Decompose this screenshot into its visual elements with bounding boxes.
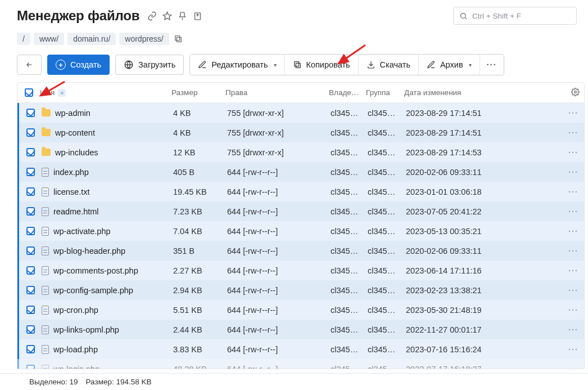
more-actions-button[interactable]: ··· [480, 55, 504, 75]
file-group: cl345… [368, 246, 406, 255]
file-permissions: 644 [-rw-r--r--] [227, 187, 331, 196]
folder-icon [42, 129, 51, 136]
file-group: cl345… [368, 148, 406, 157]
file-owner: cl345… [331, 109, 368, 118]
row-more-button[interactable]: ··· [563, 246, 584, 255]
file-name: wp-login.php [53, 365, 99, 370]
ellipsis-icon: ··· [568, 148, 578, 157]
row-more-button[interactable]: ··· [563, 109, 584, 118]
search-input[interactable]: Ctrl + Shift + F [453, 7, 577, 25]
row-more-button[interactable]: ··· [563, 148, 584, 157]
file-group: cl345… [368, 187, 406, 196]
row-checkbox[interactable] [26, 246, 35, 255]
file-group: cl345 [368, 365, 406, 370]
file-permissions: 644 [-rw-r--r--] [227, 266, 331, 275]
file-size: 4 KB [173, 128, 227, 137]
row-checkbox[interactable] [26, 266, 35, 275]
table-row[interactable]: index.php 405 B 644 [-rw-r--r--] cl345… … [17, 162, 584, 182]
column-group[interactable]: Группа [366, 88, 404, 97]
file-date: 2023-05-13 00:35:21 [406, 227, 563, 236]
breadcrumb-item[interactable]: / [17, 33, 30, 45]
column-owner[interactable]: Владе… [329, 88, 366, 97]
table-row[interactable]: wp-comments-post.php 2.27 KB 644 [-rw-r-… [17, 261, 584, 280]
file-permissions: 644 [-rw-r--r--] [227, 306, 331, 315]
column-name[interactable]: Имя ≡ [40, 88, 171, 97]
table-row[interactable]: wp-config-sample.php 2.94 KB 644 [-rw-r-… [17, 280, 584, 300]
file-name: wp-config-sample.php [53, 286, 133, 295]
breadcrumb-item[interactable]: wordpress/ [119, 33, 169, 45]
row-checkbox[interactable] [26, 286, 35, 294]
row-checkbox[interactable] [26, 187, 35, 196]
pin-icon[interactable] [178, 11, 187, 21]
table-row[interactable]: wp-links-opml.php 2.44 KB 644 [-rw-r--r-… [17, 320, 584, 339]
row-checkbox[interactable] [26, 148, 35, 156]
column-size[interactable]: Размер [171, 88, 225, 97]
sort-icon: ≡ [58, 89, 66, 97]
create-button[interactable]: + Создать [47, 55, 110, 75]
row-more-button[interactable]: ··· [563, 345, 584, 354]
download-button[interactable]: Скачать [359, 55, 419, 75]
ellipsis-icon: ··· [568, 227, 578, 236]
row-more-button[interactable]: ··· [563, 168, 584, 177]
file-date: 2022-11-27 00:01:17 [406, 325, 563, 334]
row-checkbox[interactable] [26, 168, 35, 176]
row-checkbox[interactable] [26, 325, 35, 334]
column-date[interactable]: Дата изменения [404, 88, 562, 97]
row-checkbox[interactable] [26, 207, 35, 216]
row-checkbox[interactable] [26, 306, 35, 314]
row-checkbox[interactable] [26, 109, 35, 117]
row-more-button[interactable]: ··· [563, 306, 584, 315]
table-row[interactable]: wp-cron.php 5.51 KB 644 [-rw-r--r--] cl3… [17, 300, 584, 320]
ellipsis-icon: ··· [568, 128, 578, 137]
table-row[interactable]: readme.html 7.23 KB 644 [-rw-r--r--] cl3… [17, 201, 584, 221]
edit-button[interactable]: Редактировать ▾ [190, 55, 284, 75]
select-all-checkbox[interactable] [25, 88, 33, 97]
row-more-button[interactable]: ··· [563, 286, 584, 295]
status-size-label: Размер: [86, 378, 114, 386]
table-row[interactable]: wp-load.php 3.83 KB 644 [-rw-r--r--] cl3… [17, 339, 584, 359]
folder-icon [42, 149, 51, 156]
row-more-button[interactable]: ··· [563, 128, 584, 137]
file-owner: cl345… [331, 246, 368, 255]
row-more-button[interactable]: ··· [563, 325, 584, 334]
star-icon[interactable] [162, 11, 172, 21]
file-icon [42, 168, 49, 177]
file-owner: cl345… [331, 325, 368, 334]
table-row[interactable]: wp-includes 12 KB 755 [drwxr-xr-x] cl345… [17, 142, 584, 162]
copy-button[interactable]: Копировать [285, 55, 359, 75]
file-name: wp-comments-post.php [53, 266, 138, 275]
row-more-button[interactable]: ··· [563, 227, 584, 236]
row-more-button[interactable]: ··· [563, 266, 584, 275]
ellipsis-icon: ··· [568, 286, 578, 295]
edit-button-label: Редактировать [211, 60, 268, 69]
table-row[interactable]: wp-blog-header.php 351 B 644 [-rw-r--r--… [17, 241, 584, 261]
table-row[interactable]: license.txt 19.45 KB 644 [-rw-r--r--] cl… [17, 182, 584, 201]
upload-button-label: Загрузить [138, 60, 175, 69]
link-icon[interactable] [147, 11, 157, 21]
row-more-button[interactable]: ··· [563, 365, 584, 370]
row-checkbox[interactable] [26, 345, 35, 353]
row-more-button[interactable]: ··· [563, 187, 584, 196]
gear-icon[interactable] [571, 88, 580, 98]
box-icon[interactable] [193, 11, 202, 21]
table-row[interactable]: wp-content 4 KB 755 [drwxr-xr-x] cl345… … [17, 123, 584, 142]
row-checkbox[interactable] [26, 128, 35, 137]
file-permissions: 755 [drwxr-xr-x] [227, 148, 331, 157]
column-permissions[interactable]: Права [225, 88, 329, 97]
row-checkbox[interactable] [26, 227, 35, 235]
upload-button[interactable]: Загрузить [115, 55, 184, 75]
plus-icon: + [56, 60, 66, 70]
breadcrumb-item[interactable]: www/ [34, 33, 64, 45]
table-row[interactable]: wp-activate.php 7.04 KB 644 [-rw-r--r--]… [17, 221, 584, 241]
row-checkbox[interactable] [26, 365, 35, 369]
file-permissions: 644 [-rw-r--r--] [227, 325, 331, 334]
archive-button[interactable]: Архив ▾ [419, 55, 480, 75]
copy-path-icon[interactable] [174, 34, 183, 43]
breadcrumb-item[interactable]: domain.ru/ [67, 33, 116, 45]
ellipsis-icon: ··· [568, 345, 578, 354]
table-row[interactable]: wp-login.php 48.28 KB 644 [-rw-r--r--] c… [17, 359, 584, 369]
file-owner: cl345… [331, 227, 368, 236]
back-button[interactable] [17, 55, 42, 75]
row-more-button[interactable]: ··· [563, 207, 584, 216]
table-row[interactable]: wp-admin 4 KB 755 [drwxr-xr-x] cl345… cl… [17, 103, 584, 123]
